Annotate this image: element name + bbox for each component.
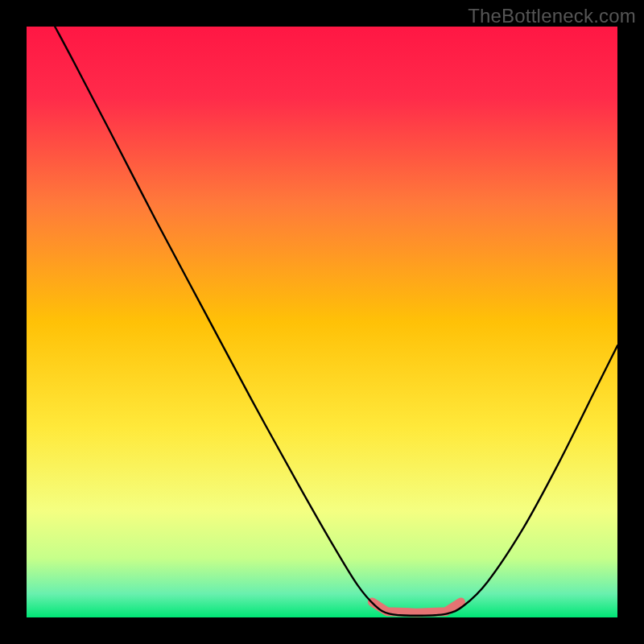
bottleneck-chart	[0, 0, 644, 644]
plot-background	[27, 27, 617, 617]
chart-container: TheBottleneck.com	[0, 0, 644, 644]
watermark-text: TheBottleneck.com	[468, 5, 636, 27]
